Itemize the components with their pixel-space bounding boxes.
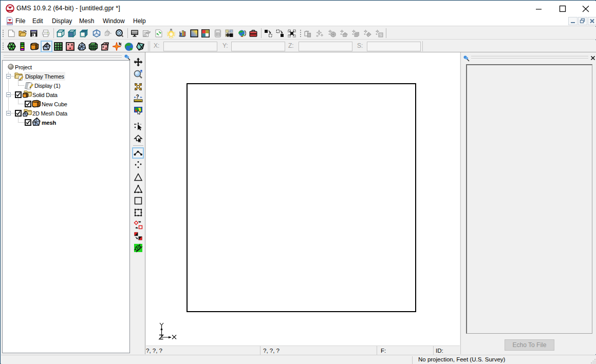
svg-text:?: ?: [136, 94, 139, 100]
